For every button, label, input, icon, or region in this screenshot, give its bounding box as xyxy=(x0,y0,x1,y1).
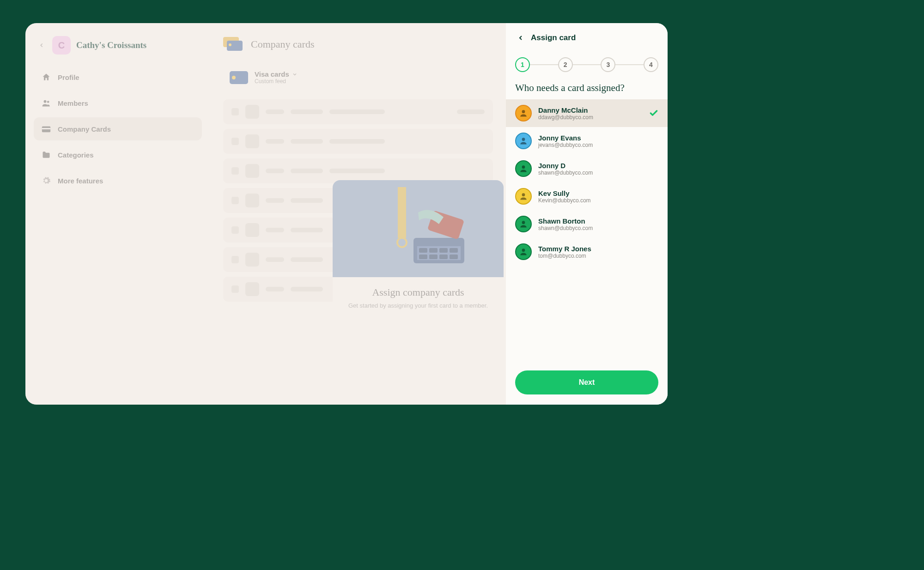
workspace-name: Cathy's Croissants xyxy=(76,40,146,50)
back-icon[interactable] xyxy=(36,40,47,50)
svg-rect-10 xyxy=(429,248,438,253)
member-avatar xyxy=(515,133,532,149)
assign-card-panel: Assign card 1234 Who needs a card assign… xyxy=(506,23,668,405)
sidebar: C Cathy's Croissants Profile Members Com… xyxy=(25,23,210,405)
workspace-avatar: C xyxy=(52,36,71,55)
card-icon xyxy=(230,71,248,84)
feed-subtitle: Custom feed xyxy=(255,78,298,85)
sidebar-item-members[interactable]: Members xyxy=(34,91,202,115)
member-row[interactable]: Jonny Dshawn@dubbyco.com xyxy=(506,155,668,182)
member-row[interactable]: Tommy R Jonestom@dubbyco.com xyxy=(506,238,668,266)
sidebar-item-label: Categories xyxy=(58,151,94,159)
panel-header: Assign card xyxy=(506,23,668,47)
member-avatar xyxy=(515,216,532,232)
member-email: shawn@dubbyco.com xyxy=(538,225,658,231)
sidebar-item-categories[interactable]: Categories xyxy=(34,143,202,166)
member-name: Jonny D xyxy=(538,162,658,170)
svg-point-18 xyxy=(397,238,407,247)
table-row xyxy=(223,129,493,154)
member-row[interactable]: Jonny Evansjevans@dubbyco.com xyxy=(506,127,668,155)
svg-rect-11 xyxy=(439,248,448,253)
member-avatar xyxy=(515,243,532,260)
company-cards-icon xyxy=(223,34,243,55)
card-icon xyxy=(41,124,51,134)
gear-icon xyxy=(41,176,51,186)
sidebar-item-label: More features xyxy=(58,177,103,185)
sidebar-item-company-cards[interactable]: Company Cards xyxy=(34,117,202,140)
promo-illustration xyxy=(333,180,504,277)
member-avatar xyxy=(515,160,532,177)
table-row xyxy=(223,158,493,183)
chevron-down-icon xyxy=(292,72,298,77)
sidebar-item-label: Members xyxy=(58,99,88,107)
step-4: 4 xyxy=(644,57,658,72)
svg-point-23 xyxy=(522,221,525,224)
panel-title: Assign card xyxy=(531,33,576,42)
next-button[interactable]: Next xyxy=(515,370,658,394)
svg-point-24 xyxy=(522,249,525,252)
svg-point-6 xyxy=(229,43,231,46)
home-icon xyxy=(41,72,51,82)
promo-title: Assign company cards xyxy=(333,277,504,302)
stepper: 1234 xyxy=(506,47,668,75)
panel-question: Who needs a card assigned? xyxy=(506,75,668,99)
svg-rect-14 xyxy=(429,255,438,259)
step-3: 3 xyxy=(601,57,615,72)
sidebar-item-profile[interactable]: Profile xyxy=(34,66,202,89)
folder-icon xyxy=(41,150,51,160)
table-row xyxy=(223,99,493,124)
svg-rect-2 xyxy=(42,127,50,133)
members-icon xyxy=(41,98,51,108)
svg-rect-15 xyxy=(439,255,448,259)
svg-rect-12 xyxy=(450,248,458,253)
svg-point-21 xyxy=(522,165,525,169)
back-button[interactable] xyxy=(515,32,526,43)
page-header: Company cards xyxy=(223,34,493,63)
step-2: 2 xyxy=(558,57,573,72)
sidebar-header: C Cathy's Croissants xyxy=(34,34,202,63)
svg-point-22 xyxy=(522,193,525,196)
svg-rect-9 xyxy=(419,248,427,253)
member-email: ddawg@dubbyco.com xyxy=(538,114,643,121)
member-row[interactable]: Shawn Bortonshawn@dubbyco.com xyxy=(506,210,668,238)
step-1: 1 xyxy=(515,57,530,72)
svg-rect-13 xyxy=(419,255,427,259)
sidebar-item-more-features[interactable]: More features xyxy=(34,169,202,192)
member-avatar xyxy=(515,105,532,121)
svg-point-1 xyxy=(47,101,49,103)
member-avatar xyxy=(515,188,532,205)
member-email: jevans@dubbyco.com xyxy=(538,142,658,148)
svg-point-19 xyxy=(522,110,525,113)
check-icon xyxy=(649,109,658,118)
page-title: Company cards xyxy=(251,38,314,50)
member-email: Kevin@dubbyco.com xyxy=(538,197,658,204)
member-row[interactable]: Danny McClainddawg@dubbyco.com xyxy=(506,99,668,127)
app-window: C Cathy's Croissants Profile Members Com… xyxy=(25,23,668,405)
sidebar-item-label: Company Cards xyxy=(58,125,111,133)
feed-selector[interactable]: Visa cards Custom feed xyxy=(223,66,493,89)
member-email: tom@dubbyco.com xyxy=(538,253,658,259)
svg-rect-16 xyxy=(450,255,458,259)
sidebar-item-label: Profile xyxy=(58,73,79,81)
member-name: Shawn Borton xyxy=(538,217,658,225)
member-name: Danny McClain xyxy=(538,106,643,114)
svg-rect-3 xyxy=(42,128,50,129)
promo-subtitle: Get started by assigning your first card… xyxy=(333,302,504,318)
step-connector xyxy=(615,64,644,65)
svg-point-0 xyxy=(44,100,47,103)
member-email: shawn@dubbyco.com xyxy=(538,170,658,176)
member-name: Tommy R Jones xyxy=(538,245,658,253)
member-row[interactable]: Kev SullyKevin@dubbyco.com xyxy=(506,182,668,210)
feed-name: Visa cards xyxy=(255,70,298,78)
member-name: Kev Sully xyxy=(538,189,658,197)
step-connector xyxy=(573,64,601,65)
member-list: Danny McClainddawg@dubbyco.comJonny Evan… xyxy=(506,99,668,266)
promo-card: Assign company cards Get started by assi… xyxy=(333,180,504,318)
step-connector xyxy=(530,64,558,65)
svg-point-20 xyxy=(522,138,525,141)
member-name: Jonny Evans xyxy=(538,134,658,142)
